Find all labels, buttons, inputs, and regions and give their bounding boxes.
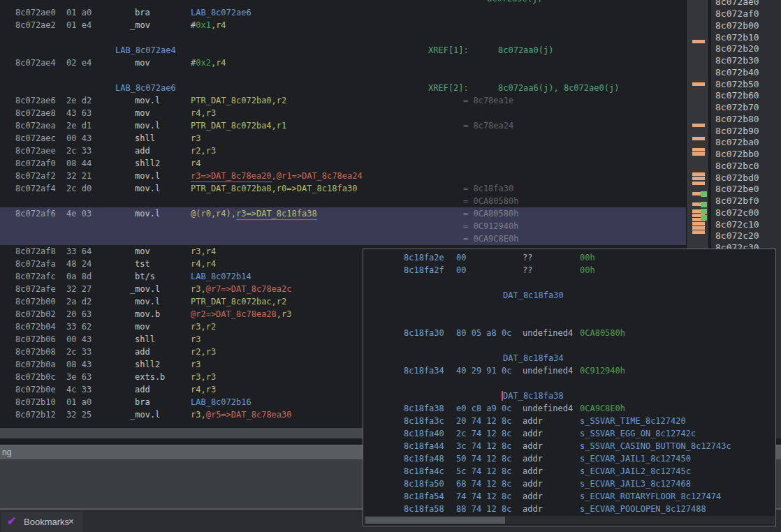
popup-data-line[interactable]: 8c18fa443c 74 12 8caddrs_SSVAR_CASINO_BU… (363, 440, 775, 452)
address-field[interactable]: 8c072aea (15, 121, 56, 131)
mnemonic-field[interactable]: mov (135, 58, 150, 68)
mnemonic-field[interactable]: bra (135, 8, 150, 17)
blank-line[interactable] (0, 69, 686, 82)
popup-datatype-field[interactable]: addr (523, 466, 543, 476)
operand-field[interactable]: @(r0,r4),r3=>DAT_8c18fa38 (191, 209, 317, 219)
instruction-line[interactable]: 8c072ae201 e4_mov#0x1,r4 (0, 19, 686, 31)
popup-bytes-field[interactable]: 68 74 12 8c (456, 479, 511, 489)
operand-segment[interactable]: r4,r3 (191, 385, 216, 394)
analysis-marker[interactable] (692, 137, 705, 140)
bytes-field[interactable]: 00 43 (66, 133, 92, 143)
bookmark-marker[interactable] (701, 191, 707, 197)
address-field[interactable]: 8c072af0 (15, 158, 56, 168)
analysis-marker[interactable] (692, 40, 705, 43)
address-field[interactable]: 8c072b04 (15, 322, 56, 332)
mnemonic-field[interactable]: _mov (130, 20, 150, 30)
instruction-line[interactable]: 8c072af64e 03mov.l@(r0,r4),r3=>DAT_8c18f… (0, 207, 686, 220)
operand-field[interactable]: r3,@r7=>DAT_8c78ea2c (191, 284, 292, 294)
code-label[interactable]: LAB_8c072ae6 (115, 83, 176, 93)
popup-address-field[interactable]: 8c18fa38 (404, 404, 444, 413)
address-field[interactable]: 8c072b08 (15, 347, 56, 357)
popup-blank-line[interactable] (363, 314, 775, 327)
bytes-field[interactable]: 01 a0 (66, 8, 92, 17)
popup-data-line[interactable]: 8c18fa5888 74 12 8caddrs_ECVAR_POOLOPEN_… (363, 503, 775, 515)
analysis-marker[interactable] (692, 177, 705, 180)
eol-comment[interactable]: = 0CA9C8E0h (463, 234, 518, 244)
comment-line[interactable]: = 0CA9C8E0h (0, 232, 686, 245)
operand-field[interactable]: #0x2,r4 (191, 58, 226, 68)
popup-data-line[interactable]: 8c18fa5474 74 12 8caddrs_ECVAR_ROTARYFLO… (363, 490, 775, 503)
popup-hscrollbar-thumb[interactable] (365, 517, 505, 524)
bytes-field[interactable]: 3e 63 (66, 372, 92, 382)
bytes-field[interactable]: 08 44 (66, 158, 92, 168)
operand-field[interactable]: r2,r3 (191, 347, 216, 357)
popup-bytes-field[interactable]: 50 74 12 8c (456, 454, 511, 464)
operand-segment[interactable]: PTR_DAT_8c072bac,r2 (191, 297, 286, 306)
address-field[interactable]: 8c072b0e (15, 385, 56, 394)
popup-data-label[interactable]: DAT_8c18fa38 (503, 391, 564, 401)
xref-addresses[interactable]: 8c072aa0(j) (498, 45, 553, 55)
instruction-line[interactable]: 8c072ae62e d2mov.lPTR_DAT_8c072ba0,r2= 8… (0, 94, 686, 107)
panel-address[interactable]: 8c072c00 (715, 207, 759, 218)
panel-address[interactable]: 8c072bb0 (715, 149, 759, 159)
popup-datatype-field[interactable]: undefined4 (523, 328, 573, 338)
instruction-line[interactable]: 8c072ae001 a0braLAB_8c072ae6 (0, 6, 686, 19)
popup-datatype-field[interactable]: addr (523, 492, 543, 501)
mnemonic-field[interactable]: shll2 (135, 158, 160, 168)
panel-address[interactable]: 8c072b20 (715, 43, 759, 54)
mnemonic-field[interactable]: mov (135, 322, 150, 332)
address-field[interactable]: 8c072ae6 (15, 96, 56, 105)
bytes-field[interactable]: 02 e4 (66, 58, 92, 68)
address-field[interactable]: 8c072afe (15, 284, 56, 294)
popup-datatype-field[interactable]: ?? (523, 253, 532, 263)
popup-blank-line[interactable] (363, 339, 775, 352)
popup-bytes-field[interactable]: 88 74 12 8c (456, 504, 511, 514)
instruction-line[interactable]: 8c072af42c d0mov.lPTR_DAT_8c072ba8,r0=>D… (0, 182, 686, 195)
bookmark-marker[interactable] (701, 215, 707, 221)
popup-address-field[interactable]: 8c18fa4c (404, 466, 444, 476)
panel-address[interactable]: 8c072b00 (715, 20, 759, 31)
operand-segment[interactable]: @r2=>DAT_8c78ea28 (191, 309, 277, 319)
popup-bytes-field[interactable]: 00 (456, 265, 466, 275)
popup-label-line[interactable]: DAT_8c18fa38 (363, 390, 775, 402)
bookmark-marker[interactable] (701, 209, 707, 214)
eol-comment[interactable]: = 0C912940h (463, 221, 518, 231)
analysis-marker[interactable] (692, 226, 705, 230)
operand-field[interactable]: r2,r3 (191, 146, 216, 156)
operand-segment[interactable]: @(r0,r4), (191, 209, 236, 219)
eol-comment[interactable]: = 8c78ea1e (463, 96, 513, 105)
address-field[interactable]: 8c072afc (15, 272, 56, 281)
popup-blank-line[interactable] (363, 377, 775, 390)
operand-field[interactable]: LAB_8c072b14 (191, 272, 251, 281)
address-field[interactable]: 8c072ae2 (15, 20, 56, 30)
close-icon[interactable]: × (68, 516, 74, 526)
popup-data-line[interactable]: 8c18fa3c20 74 12 8caddrs_SSVAR_TIME_8c12… (363, 415, 775, 427)
eol-comment[interactable]: = 8c78ea24 (463, 121, 513, 131)
operand-segment[interactable]: r4,r3 (191, 108, 216, 118)
panel-address[interactable]: 8c072b90 (715, 126, 759, 136)
popup-data-line[interactable]: 8c18fa5068 74 12 8caddrs_ECVAR_JAIL3_8c1… (363, 478, 775, 490)
analysis-marker[interactable] (692, 222, 705, 226)
bytes-field[interactable]: 2a d2 (66, 297, 92, 306)
popup-label-line[interactable]: DAT_8c18fa30 (363, 289, 775, 302)
analysis-marker[interactable] (692, 148, 705, 152)
popup-address-field[interactable]: 8c18fa48 (404, 454, 444, 464)
analysis-marker[interactable] (692, 152, 705, 156)
panel-address[interactable]: 8c072be0 (715, 184, 759, 194)
operand-segment[interactable]: 0x2 (196, 58, 211, 68)
address-field[interactable]: 8c072b02 (15, 309, 56, 319)
popup-value-field[interactable]: s_ECVAR_ROTARYFLOOR_8c127474 (580, 492, 721, 501)
bytes-field[interactable]: 2e d1 (66, 121, 92, 131)
analysis-marker[interactable] (692, 230, 705, 234)
operand-field[interactable]: PTR_DAT_8c072ba8,r0=>DAT_8c18fa30 (191, 184, 357, 193)
operand-field[interactable]: r3,r4 (191, 246, 216, 256)
operand-segment[interactable]: r3 (191, 360, 200, 369)
operand-field[interactable]: r3 (191, 133, 200, 143)
mnemonic-field[interactable]: mov (135, 246, 150, 256)
panel-address[interactable]: 8c072bd0 (715, 172, 759, 183)
popup-data-line[interactable]: 8c18fa402c 74 12 8caddrs_SSVAR_EGG_ON_8c… (363, 427, 775, 440)
bookmark-marker[interactable] (701, 202, 707, 207)
bytes-field[interactable]: 43 63 (66, 108, 92, 118)
popup-bytes-field[interactable]: 00 (456, 253, 466, 263)
comment-line[interactable]: = 0CA80580h (0, 195, 686, 207)
